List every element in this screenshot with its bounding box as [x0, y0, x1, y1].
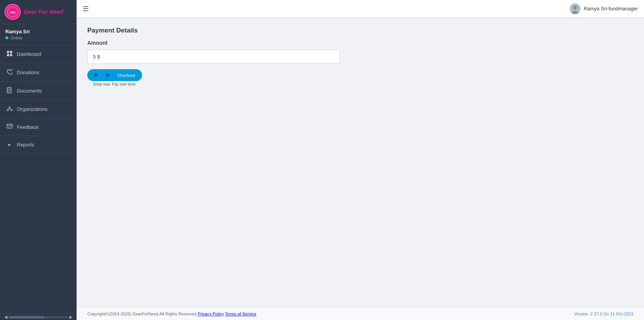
svg-point-19 [573, 6, 577, 10]
footer-copyright-text: Copyright©(2024-2025) GearForNeed.All Ri… [87, 312, 198, 316]
main-content: Payment Details Amount P ay P al Checkou… [77, 18, 644, 307]
sidebar-item-organizations[interactable]: Organizations [0, 100, 77, 119]
scroll-track [8, 316, 68, 318]
amount-label: Amount [87, 40, 633, 46]
status-label: Online [10, 36, 23, 40]
topbar-user-label: Ramya Sri-fundmanager [584, 6, 638, 11]
sidebar-logo: GFN Gear For Need [0, 0, 77, 24]
topbar: ☰ Ramya Sri-fundmanager [77, 0, 644, 18]
sidebar-item-dashboard[interactable]: Dashboard [0, 45, 77, 63]
privacy-policy-link[interactable]: Privacy Policy [198, 312, 224, 316]
sidebar-username: Ramya Sri [5, 29, 71, 34]
sidebar-user: Ramya Sri Online [0, 24, 77, 45]
paypal-al-icon: al [111, 72, 115, 78]
svg-point-12 [11, 109, 12, 111]
svg-marker-17 [8, 144, 11, 146]
hamburger-menu-icon[interactable]: ☰ [83, 5, 89, 13]
page-title: Payment Details [87, 27, 633, 34]
avatar [570, 3, 580, 14]
paypal-checkout-text: Checkout [118, 73, 135, 78]
donations-label: Donations [17, 70, 39, 75]
svg-text:GFN: GFN [10, 11, 15, 14]
status-dot-icon [5, 36, 8, 39]
documents-icon [6, 87, 13, 94]
main-area: ☰ Ramya Sri-fundmanager Payment Details … [77, 0, 644, 320]
svg-point-10 [9, 107, 10, 108]
svg-rect-4 [7, 54, 9, 56]
paypal-p-icon: P [94, 72, 98, 78]
footer: Copyright©(2024-2025) GearForNeed.All Ri… [77, 307, 644, 320]
scroll-left-arrow[interactable]: ◀ [3, 315, 8, 320]
topbar-left: ☰ [83, 5, 89, 13]
feedback-icon [6, 124, 13, 130]
topbar-right: Ramya Sri-fundmanager [570, 3, 638, 14]
svg-rect-3 [10, 51, 12, 53]
sidebar-item-reports[interactable]: Reports [0, 136, 77, 154]
paypal-button-wrap: P ay P al Checkout Shop now. Pay over ti… [87, 69, 142, 86]
svg-rect-2 [7, 51, 9, 53]
donations-icon [6, 69, 13, 76]
paypal-pal-icon: ay [99, 72, 105, 78]
sidebar-item-feedback[interactable]: Feedback [0, 119, 77, 136]
paypal-checkout-button[interactable]: P ay P al Checkout [87, 69, 142, 81]
scroll-right-arrow[interactable]: ▶ [68, 315, 74, 320]
svg-point-11 [7, 109, 8, 111]
svg-rect-5 [10, 54, 12, 56]
app-name: Gear For Need [24, 8, 63, 15]
feedback-label: Feedback [17, 124, 39, 130]
documents-label: Documents [17, 88, 42, 94]
amount-input[interactable] [87, 50, 340, 64]
sidebar-item-documents[interactable]: Documents [0, 82, 77, 100]
sidebar-item-donations[interactable]: Donations [0, 63, 77, 82]
footer-copyright: Copyright©(2024-2025) GearForNeed.All Ri… [87, 312, 256, 316]
sidebar-user-status: Online [5, 36, 71, 40]
svg-line-14 [8, 109, 10, 109]
dashboard-label: Dashboard [17, 51, 41, 57]
paypal-subtext: Shop now. Pay over time. [93, 82, 136, 86]
reports-expand-icon [6, 141, 13, 148]
organizations-icon [6, 106, 13, 113]
logo-icon: GFN [5, 4, 21, 20]
sidebar-scrollbar: ◀ ▶ [0, 314, 77, 320]
organizations-label: Organizations [17, 106, 47, 112]
footer-version: Version :2.37.0 On 11 Oct-2023 [574, 312, 633, 316]
dashboard-icon [6, 50, 13, 58]
reports-label: Reports [17, 142, 34, 148]
sidebar: GFN Gear For Need Ramya Sri Online [0, 0, 77, 320]
scroll-thumb [8, 316, 44, 318]
svg-rect-16 [7, 124, 12, 128]
svg-line-15 [10, 109, 11, 109]
sidebar-nav: Dashboard Donations [0, 45, 77, 314]
paypal-p2-icon: P [106, 72, 110, 78]
terms-of-service-link[interactable]: Terms of Service [225, 312, 256, 316]
